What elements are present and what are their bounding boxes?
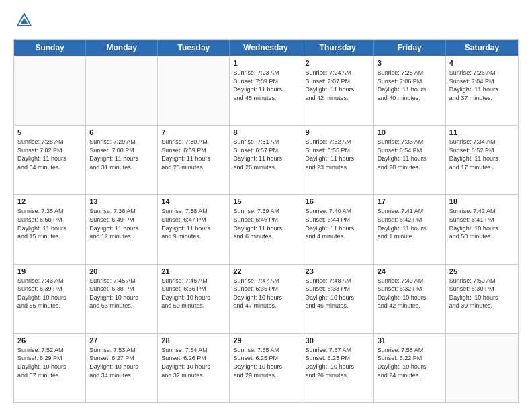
day-cell-15: 15Sunrise: 7:39 AM Sunset: 6:46 PM Dayli…	[230, 195, 302, 263]
week-row-3: 12Sunrise: 7:35 AM Sunset: 6:50 PM Dayli…	[14, 194, 518, 263]
page: SundayMondayTuesdayWednesdayThursdayFrid…	[0, 0, 532, 411]
day-info: Sunrise: 7:35 AM Sunset: 6:50 PM Dayligh…	[17, 207, 82, 240]
day-cell-18: 18Sunrise: 7:42 AM Sunset: 6:41 PM Dayli…	[446, 195, 518, 263]
day-header-sunday: Sunday	[14, 40, 86, 56]
day-number: 26	[17, 336, 82, 345]
day-cell-27: 27Sunrise: 7:53 AM Sunset: 6:27 PM Dayli…	[86, 334, 158, 402]
day-info: Sunrise: 7:54 AM Sunset: 6:26 PM Dayligh…	[161, 346, 226, 379]
day-number: 2	[306, 59, 370, 67]
day-header-monday: Monday	[86, 40, 158, 56]
day-info: Sunrise: 7:49 AM Sunset: 6:32 PM Dayligh…	[378, 277, 442, 310]
day-info: Sunrise: 7:47 AM Sunset: 6:35 PM Dayligh…	[233, 277, 298, 310]
day-number: 4	[449, 59, 515, 67]
day-cell-empty	[158, 56, 230, 125]
day-cell-empty	[86, 56, 158, 125]
day-info: Sunrise: 7:34 AM Sunset: 6:52 PM Dayligh…	[449, 138, 515, 171]
day-number: 30	[306, 336, 370, 345]
day-cell-24: 24Sunrise: 7:49 AM Sunset: 6:32 PM Dayli…	[374, 265, 446, 333]
header	[13, 11, 519, 32]
day-info: Sunrise: 7:42 AM Sunset: 6:41 PM Dayligh…	[449, 207, 515, 240]
day-cell-30: 30Sunrise: 7:57 AM Sunset: 6:23 PM Dayli…	[302, 334, 374, 402]
day-number: 31	[378, 336, 442, 345]
day-info: Sunrise: 7:48 AM Sunset: 6:33 PM Dayligh…	[306, 277, 370, 310]
day-number: 8	[233, 128, 298, 136]
day-cell-empty	[14, 56, 86, 125]
day-cell-1: 1Sunrise: 7:23 AM Sunset: 7:09 PM Daylig…	[230, 56, 302, 125]
day-cell-9: 9Sunrise: 7:32 AM Sunset: 6:55 PM Daylig…	[302, 126, 374, 194]
day-header-saturday: Saturday	[446, 40, 518, 56]
day-header-tuesday: Tuesday	[158, 40, 230, 56]
day-number: 29	[233, 336, 298, 345]
day-number: 15	[233, 197, 298, 205]
day-info: Sunrise: 7:30 AM Sunset: 6:59 PM Dayligh…	[161, 138, 226, 171]
week-row-4: 19Sunrise: 7:43 AM Sunset: 6:39 PM Dayli…	[14, 264, 518, 333]
day-cell-26: 26Sunrise: 7:52 AM Sunset: 6:29 PM Dayli…	[14, 334, 86, 402]
day-cell-12: 12Sunrise: 7:35 AM Sunset: 6:50 PM Dayli…	[14, 195, 86, 263]
day-cell-25: 25Sunrise: 7:50 AM Sunset: 6:30 PM Dayli…	[446, 265, 518, 333]
day-number: 20	[89, 267, 154, 275]
day-info: Sunrise: 7:57 AM Sunset: 6:23 PM Dayligh…	[306, 346, 370, 379]
day-number: 28	[161, 336, 226, 345]
day-cell-20: 20Sunrise: 7:45 AM Sunset: 6:38 PM Dayli…	[86, 265, 158, 333]
logo-icon	[15, 11, 34, 30]
day-info: Sunrise: 7:50 AM Sunset: 6:30 PM Dayligh…	[449, 277, 515, 310]
day-header-thursday: Thursday	[302, 40, 374, 56]
day-cell-2: 2Sunrise: 7:24 AM Sunset: 7:07 PM Daylig…	[302, 56, 374, 125]
day-number: 6	[89, 128, 154, 136]
day-number: 5	[17, 128, 82, 136]
day-cell-28: 28Sunrise: 7:54 AM Sunset: 6:26 PM Dayli…	[158, 334, 230, 402]
week-row-1: 1Sunrise: 7:23 AM Sunset: 7:09 PM Daylig…	[14, 56, 518, 125]
day-info: Sunrise: 7:52 AM Sunset: 6:29 PM Dayligh…	[17, 346, 82, 379]
day-info: Sunrise: 7:38 AM Sunset: 6:47 PM Dayligh…	[161, 207, 226, 240]
day-number: 16	[306, 197, 370, 205]
day-number: 24	[378, 267, 442, 275]
day-info: Sunrise: 7:29 AM Sunset: 7:00 PM Dayligh…	[89, 138, 154, 171]
day-number: 19	[17, 267, 82, 275]
day-number: 3	[378, 59, 442, 67]
week-row-2: 5Sunrise: 7:28 AM Sunset: 7:02 PM Daylig…	[14, 125, 518, 194]
day-info: Sunrise: 7:23 AM Sunset: 7:09 PM Dayligh…	[233, 68, 298, 102]
day-info: Sunrise: 7:43 AM Sunset: 6:39 PM Dayligh…	[17, 277, 82, 310]
day-info: Sunrise: 7:58 AM Sunset: 6:22 PM Dayligh…	[378, 346, 442, 379]
week-row-5: 26Sunrise: 7:52 AM Sunset: 6:29 PM Dayli…	[14, 333, 518, 402]
day-cell-21: 21Sunrise: 7:46 AM Sunset: 6:36 PM Dayli…	[158, 265, 230, 333]
day-info: Sunrise: 7:31 AM Sunset: 6:57 PM Dayligh…	[233, 138, 298, 171]
day-cell-22: 22Sunrise: 7:47 AM Sunset: 6:35 PM Dayli…	[230, 265, 302, 333]
day-info: Sunrise: 7:40 AM Sunset: 6:44 PM Dayligh…	[306, 207, 370, 240]
day-info: Sunrise: 7:25 AM Sunset: 7:06 PM Dayligh…	[378, 68, 442, 102]
day-info: Sunrise: 7:46 AM Sunset: 6:36 PM Dayligh…	[161, 277, 226, 310]
day-number: 22	[233, 267, 298, 275]
day-header-friday: Friday	[374, 40, 446, 56]
day-cell-4: 4Sunrise: 7:26 AM Sunset: 7:04 PM Daylig…	[446, 56, 518, 125]
day-info: Sunrise: 7:24 AM Sunset: 7:07 PM Dayligh…	[306, 68, 370, 102]
day-cell-3: 3Sunrise: 7:25 AM Sunset: 7:06 PM Daylig…	[374, 56, 446, 125]
day-number: 1	[233, 59, 298, 67]
day-info: Sunrise: 7:41 AM Sunset: 6:42 PM Dayligh…	[378, 207, 442, 240]
day-cell-29: 29Sunrise: 7:55 AM Sunset: 6:25 PM Dayli…	[230, 334, 302, 402]
day-cell-empty	[446, 334, 518, 402]
day-header-wednesday: Wednesday	[230, 40, 302, 56]
logo	[13, 11, 34, 32]
day-info: Sunrise: 7:28 AM Sunset: 7:02 PM Dayligh…	[17, 138, 82, 171]
day-info: Sunrise: 7:33 AM Sunset: 6:54 PM Dayligh…	[378, 138, 442, 171]
calendar-body: 1Sunrise: 7:23 AM Sunset: 7:09 PM Daylig…	[14, 56, 518, 402]
calendar: SundayMondayTuesdayWednesdayThursdayFrid…	[13, 39, 519, 403]
day-info: Sunrise: 7:55 AM Sunset: 6:25 PM Dayligh…	[233, 346, 298, 379]
day-cell-11: 11Sunrise: 7:34 AM Sunset: 6:52 PM Dayli…	[446, 126, 518, 194]
day-cell-6: 6Sunrise: 7:29 AM Sunset: 7:00 PM Daylig…	[86, 126, 158, 194]
day-info: Sunrise: 7:32 AM Sunset: 6:55 PM Dayligh…	[306, 138, 370, 171]
day-number: 27	[89, 336, 154, 345]
day-cell-5: 5Sunrise: 7:28 AM Sunset: 7:02 PM Daylig…	[14, 126, 86, 194]
day-number: 11	[449, 128, 515, 136]
day-info: Sunrise: 7:26 AM Sunset: 7:04 PM Dayligh…	[449, 68, 515, 102]
day-number: 9	[306, 128, 370, 136]
day-cell-23: 23Sunrise: 7:48 AM Sunset: 6:33 PM Dayli…	[302, 265, 374, 333]
day-number: 21	[161, 267, 226, 275]
day-number: 23	[306, 267, 370, 275]
day-cell-8: 8Sunrise: 7:31 AM Sunset: 6:57 PM Daylig…	[230, 126, 302, 194]
day-number: 7	[161, 128, 226, 136]
day-number: 13	[89, 197, 154, 205]
day-info: Sunrise: 7:45 AM Sunset: 6:38 PM Dayligh…	[89, 277, 154, 310]
day-number: 25	[449, 267, 515, 275]
day-number: 18	[449, 197, 515, 205]
